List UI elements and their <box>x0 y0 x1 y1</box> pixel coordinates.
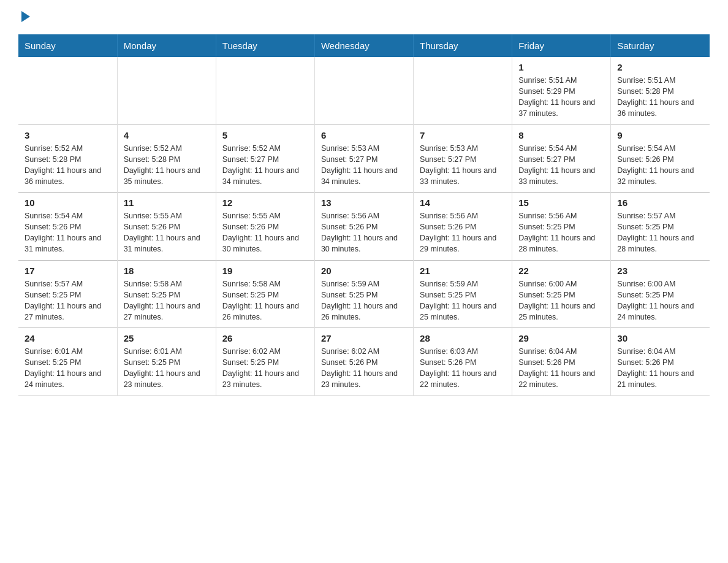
day-number: 4 <box>124 130 210 140</box>
calendar-table: SundayMondayTuesdayWednesdayThursdayFrid… <box>18 34 710 396</box>
calendar-cell: 13Sunrise: 5:56 AMSunset: 5:26 PMDayligh… <box>314 193 413 261</box>
weekday-header-monday: Monday <box>117 34 216 57</box>
calendar-cell <box>117 57 216 124</box>
calendar-cell: 6Sunrise: 5:53 AMSunset: 5:27 PMDaylight… <box>314 124 413 193</box>
calendar-cell: 1Sunrise: 5:51 AMSunset: 5:29 PMDaylight… <box>512 57 611 124</box>
day-info: Sunrise: 5:53 AMSunset: 5:27 PMDaylight:… <box>321 143 407 188</box>
day-number: 14 <box>420 197 506 208</box>
calendar-cell: 14Sunrise: 5:56 AMSunset: 5:26 PMDayligh… <box>414 193 512 261</box>
day-number: 16 <box>617 197 703 208</box>
day-info: Sunrise: 5:52 AMSunset: 5:28 PMDaylight:… <box>124 143 210 188</box>
calendar-cell: 9Sunrise: 5:54 AMSunset: 5:26 PMDaylight… <box>611 124 710 193</box>
weekday-header-tuesday: Tuesday <box>216 34 314 57</box>
day-info: Sunrise: 6:02 AMSunset: 5:26 PMDaylight:… <box>321 346 407 391</box>
day-info: Sunrise: 5:58 AMSunset: 5:25 PMDaylight:… <box>124 278 210 323</box>
calendar-cell: 3Sunrise: 5:52 AMSunset: 5:28 PMDaylight… <box>18 124 117 193</box>
weekday-header-sunday: Sunday <box>18 34 117 57</box>
calendar-cell: 10Sunrise: 5:54 AMSunset: 5:26 PMDayligh… <box>18 193 117 261</box>
day-info: Sunrise: 5:51 AMSunset: 5:28 PMDaylight:… <box>617 75 703 120</box>
day-info: Sunrise: 5:52 AMSunset: 5:27 PMDaylight:… <box>222 143 308 188</box>
day-number: 23 <box>617 266 703 276</box>
calendar-cell: 28Sunrise: 6:03 AMSunset: 5:26 PMDayligh… <box>414 328 512 396</box>
calendar-cell: 27Sunrise: 6:02 AMSunset: 5:26 PMDayligh… <box>314 328 413 396</box>
day-info: Sunrise: 5:56 AMSunset: 5:26 PMDaylight:… <box>420 210 506 255</box>
calendar-cell <box>18 57 117 124</box>
calendar-cell: 25Sunrise: 6:01 AMSunset: 5:25 PMDayligh… <box>117 328 216 396</box>
day-number: 22 <box>518 266 604 276</box>
day-number: 17 <box>25 266 111 276</box>
logo-arrow-icon <box>21 11 30 22</box>
calendar-cell: 23Sunrise: 6:00 AMSunset: 5:25 PMDayligh… <box>611 260 710 328</box>
day-info: Sunrise: 5:59 AMSunset: 5:25 PMDaylight:… <box>420 278 506 323</box>
day-number: 9 <box>617 130 703 140</box>
day-number: 1 <box>518 62 604 72</box>
day-number: 26 <box>222 333 308 343</box>
day-number: 27 <box>321 333 407 343</box>
calendar-cell: 16Sunrise: 5:57 AMSunset: 5:25 PMDayligh… <box>611 193 710 261</box>
calendar-week-row: 17Sunrise: 5:57 AMSunset: 5:25 PMDayligh… <box>18 260 710 328</box>
weekday-header-friday: Friday <box>512 34 611 57</box>
day-info: Sunrise: 5:54 AMSunset: 5:26 PMDaylight:… <box>25 210 111 255</box>
day-info: Sunrise: 5:51 AMSunset: 5:29 PMDaylight:… <box>518 75 604 120</box>
day-number: 10 <box>25 197 111 208</box>
logo <box>18 12 30 22</box>
calendar-cell: 12Sunrise: 5:55 AMSunset: 5:26 PMDayligh… <box>216 193 314 261</box>
day-info: Sunrise: 5:52 AMSunset: 5:28 PMDaylight:… <box>25 143 111 188</box>
calendar-cell: 19Sunrise: 5:58 AMSunset: 5:25 PMDayligh… <box>216 260 314 328</box>
calendar-cell: 26Sunrise: 6:02 AMSunset: 5:25 PMDayligh… <box>216 328 314 396</box>
calendar-cell: 2Sunrise: 5:51 AMSunset: 5:28 PMDaylight… <box>611 57 710 124</box>
calendar-week-row: 1Sunrise: 5:51 AMSunset: 5:29 PMDaylight… <box>18 57 710 124</box>
calendar-cell <box>216 57 314 124</box>
weekday-header-wednesday: Wednesday <box>314 34 413 57</box>
calendar-cell: 4Sunrise: 5:52 AMSunset: 5:28 PMDaylight… <box>117 124 216 193</box>
day-number: 29 <box>518 333 604 343</box>
calendar-week-row: 10Sunrise: 5:54 AMSunset: 5:26 PMDayligh… <box>18 193 710 261</box>
day-info: Sunrise: 5:55 AMSunset: 5:26 PMDaylight:… <box>124 210 210 255</box>
day-info: Sunrise: 5:54 AMSunset: 5:26 PMDaylight:… <box>617 143 703 188</box>
day-number: 2 <box>617 62 703 72</box>
calendar-cell: 22Sunrise: 6:00 AMSunset: 5:25 PMDayligh… <box>512 260 611 328</box>
day-info: Sunrise: 6:00 AMSunset: 5:25 PMDaylight:… <box>617 278 703 323</box>
day-number: 11 <box>124 197 210 208</box>
calendar-cell: 29Sunrise: 6:04 AMSunset: 5:26 PMDayligh… <box>512 328 611 396</box>
calendar-cell <box>314 57 413 124</box>
day-number: 28 <box>420 333 506 343</box>
calendar-cell: 30Sunrise: 6:04 AMSunset: 5:26 PMDayligh… <box>611 328 710 396</box>
day-info: Sunrise: 6:02 AMSunset: 5:25 PMDaylight:… <box>222 346 308 391</box>
day-number: 13 <box>321 197 407 208</box>
calendar-cell: 11Sunrise: 5:55 AMSunset: 5:26 PMDayligh… <box>117 193 216 261</box>
day-number: 15 <box>518 197 604 208</box>
calendar-cell: 15Sunrise: 5:56 AMSunset: 5:25 PMDayligh… <box>512 193 611 261</box>
day-number: 5 <box>222 130 308 140</box>
day-info: Sunrise: 5:57 AMSunset: 5:25 PMDaylight:… <box>25 278 111 323</box>
day-number: 18 <box>124 266 210 276</box>
calendar-week-row: 3Sunrise: 5:52 AMSunset: 5:28 PMDaylight… <box>18 124 710 193</box>
day-info: Sunrise: 6:01 AMSunset: 5:25 PMDaylight:… <box>25 346 111 391</box>
calendar-cell: 21Sunrise: 5:59 AMSunset: 5:25 PMDayligh… <box>414 260 512 328</box>
day-number: 24 <box>25 333 111 343</box>
day-number: 6 <box>321 130 407 140</box>
day-number: 20 <box>321 266 407 276</box>
calendar-cell: 5Sunrise: 5:52 AMSunset: 5:27 PMDaylight… <box>216 124 314 193</box>
calendar-cell: 20Sunrise: 5:59 AMSunset: 5:25 PMDayligh… <box>314 260 413 328</box>
calendar-cell <box>414 57 512 124</box>
calendar-cell: 18Sunrise: 5:58 AMSunset: 5:25 PMDayligh… <box>117 260 216 328</box>
day-number: 7 <box>420 130 506 140</box>
calendar-cell: 8Sunrise: 5:54 AMSunset: 5:27 PMDaylight… <box>512 124 611 193</box>
day-number: 25 <box>124 333 210 343</box>
day-info: Sunrise: 6:04 AMSunset: 5:26 PMDaylight:… <box>518 346 604 391</box>
day-info: Sunrise: 5:53 AMSunset: 5:27 PMDaylight:… <box>420 143 506 188</box>
day-info: Sunrise: 5:58 AMSunset: 5:25 PMDaylight:… <box>222 278 308 323</box>
weekday-header-row: SundayMondayTuesdayWednesdayThursdayFrid… <box>18 34 710 57</box>
day-number: 8 <box>518 130 604 140</box>
day-info: Sunrise: 6:00 AMSunset: 5:25 PMDaylight:… <box>518 278 604 323</box>
day-info: Sunrise: 5:55 AMSunset: 5:26 PMDaylight:… <box>222 210 308 255</box>
day-info: Sunrise: 5:56 AMSunset: 5:26 PMDaylight:… <box>321 210 407 255</box>
day-number: 21 <box>420 266 506 276</box>
calendar-week-row: 24Sunrise: 6:01 AMSunset: 5:25 PMDayligh… <box>18 328 710 396</box>
day-info: Sunrise: 5:54 AMSunset: 5:27 PMDaylight:… <box>518 143 604 188</box>
day-info: Sunrise: 5:56 AMSunset: 5:25 PMDaylight:… <box>518 210 604 255</box>
day-info: Sunrise: 6:01 AMSunset: 5:25 PMDaylight:… <box>124 346 210 391</box>
day-number: 19 <box>222 266 308 276</box>
calendar-cell: 24Sunrise: 6:01 AMSunset: 5:25 PMDayligh… <box>18 328 117 396</box>
